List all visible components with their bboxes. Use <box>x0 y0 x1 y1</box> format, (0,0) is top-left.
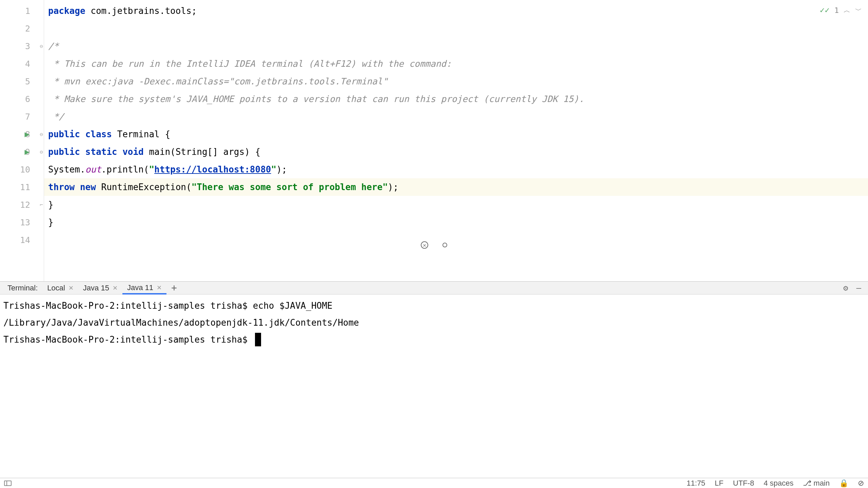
code-text: main(String[] args) { <box>144 147 260 157</box>
tab-label: Java 11 <box>127 283 153 292</box>
line-number: 1 <box>25 6 40 16</box>
search-icon[interactable]: ⊘ <box>858 479 864 488</box>
line-separator[interactable]: LF <box>715 479 724 488</box>
terminal-line: /Library/Java/JavaVirtualMachines/adopto… <box>3 314 865 331</box>
fold-icon[interactable]: ⊖ <box>40 149 43 155</box>
terminal-cursor <box>255 333 261 346</box>
code-text: Terminal { <box>112 129 170 139</box>
run-gutter-icon[interactable]: ▶ <box>25 129 29 139</box>
comment: */ <box>48 111 64 122</box>
minimize-icon[interactable]: — <box>856 283 861 293</box>
line-number: 11 <box>20 182 40 192</box>
keyword: public static void <box>48 147 144 157</box>
terminal-prompt: Trishas-MacBook-Pro-2:intellij-samples t… <box>3 331 865 348</box>
line-number: 10 <box>20 165 40 175</box>
string: " <box>271 164 276 175</box>
terminal-tab-local[interactable]: Local ✕ <box>42 282 78 294</box>
code-text: } <box>48 200 54 210</box>
string: " <box>149 164 154 175</box>
line-number: 7 <box>25 112 40 122</box>
editor-inspection-status[interactable]: ✓✓ 1 ︿ ﹀ <box>820 5 862 15</box>
git-branch[interactable]: ⎇ main <box>803 479 830 488</box>
fold-icon[interactable]: ⊖ <box>40 43 43 49</box>
status-bar: 11:75 LF UTF-8 4 spaces ⎇ main 🔒 ⊘ <box>0 478 868 488</box>
caret-position[interactable]: 11:75 <box>687 479 705 488</box>
add-terminal-button[interactable]: + <box>166 282 182 293</box>
branch-icon: ⎇ <box>803 479 811 487</box>
editor-gutter: 1 2 3⊖ 4 5 6 7 ▶8⊖ ▶9⊖ 10 11 12⌐ 13 14 <box>0 0 44 281</box>
line-number: 6 <box>25 94 40 104</box>
problem-count: 1 <box>834 6 839 15</box>
indent-settings[interactable]: 4 spaces <box>764 479 793 488</box>
fold-end-icon[interactable]: ⌐ <box>40 202 43 208</box>
terminal-line: Trishas-MacBook-Pro-2:intellij-samples t… <box>3 297 865 314</box>
typo-text: Dexec <box>144 76 170 86</box>
code-text: com.jetbrains.tools; <box>85 6 197 16</box>
keyword: public class <box>48 129 112 139</box>
close-icon[interactable]: ✕ <box>68 284 74 292</box>
chevron-down-icon[interactable]: ﹀ <box>855 6 862 15</box>
terminal-panel: Terminal: Local ✕ Java 15 ✕ Java 11 ✕ + … <box>0 281 868 478</box>
line-number: 4 <box>25 59 40 69</box>
static-field: out <box>85 164 101 175</box>
open-circle-icon[interactable] <box>442 243 447 247</box>
code-text: ); <box>388 182 398 192</box>
comment: * Make sure the system's JAVA_HOME point… <box>48 94 584 104</box>
gear-icon[interactable]: ⚙ <box>843 283 848 293</box>
lock-icon[interactable]: 🔒 <box>839 479 848 488</box>
line-number: 3 <box>25 41 40 51</box>
code-text: RuntimeException( <box>96 182 192 192</box>
close-icon[interactable]: ✕ <box>157 284 162 291</box>
line-number: 5 <box>25 77 40 86</box>
tab-label: Local <box>47 284 65 292</box>
comment: * mvn exec:java - <box>48 76 144 86</box>
terminal-tab-java11[interactable]: Java 11 ✕ <box>122 282 166 294</box>
line-number: 14 <box>20 235 40 245</box>
line-number: 2 <box>25 24 40 34</box>
keyword: package <box>48 6 85 16</box>
terminal-tab-java15[interactable]: Java 15 ✕ <box>78 282 122 294</box>
tab-label: Java 15 <box>83 284 109 292</box>
code-text: ); <box>276 164 287 175</box>
url-link[interactable]: https://localhost:8080 <box>154 164 271 175</box>
chevron-up-icon[interactable]: ︿ <box>844 6 850 15</box>
string: "There was some sort of problem here" <box>192 182 388 192</box>
close-icon[interactable]: ✕ <box>113 284 118 292</box>
comment: .mainClass="com.jetbrains.tools.Terminal… <box>170 76 388 86</box>
terminal-tab-bar: Terminal: Local ✕ Java 15 ✕ Java 11 ✕ + … <box>0 282 868 294</box>
line-number: 13 <box>20 218 40 227</box>
checkmark-icon: ✓✓ <box>820 5 830 15</box>
fold-icon[interactable]: ⊖ <box>40 131 43 138</box>
line-number: 12 <box>20 200 40 210</box>
editor-area: 1 2 3⊖ 4 5 6 7 ▶8⊖ ▶9⊖ 10 11 12⌐ 13 14 p… <box>0 0 868 281</box>
breadcrumb-handle: ✕ <box>421 241 447 249</box>
layout-icon[interactable] <box>4 481 12 486</box>
code-text: System. <box>48 164 85 175</box>
file-encoding[interactable]: UTF-8 <box>733 479 754 488</box>
terminal-body[interactable]: Trishas-MacBook-Pro-2:intellij-samples t… <box>0 294 868 478</box>
code-area[interactable]: package com.jetbrains.tools; /* * This c… <box>44 0 868 281</box>
comment: * This can be run in the IntelliJ IDEA t… <box>48 59 452 69</box>
keyword: throw new <box>48 182 96 192</box>
run-gutter-icon[interactable]: ▶ <box>25 147 29 157</box>
code-text: } <box>48 217 54 227</box>
code-text: .println( <box>101 164 149 175</box>
comment: /* <box>48 41 59 51</box>
close-circle-icon[interactable]: ✕ <box>421 241 428 249</box>
terminal-label: Terminal: <box>3 284 42 292</box>
